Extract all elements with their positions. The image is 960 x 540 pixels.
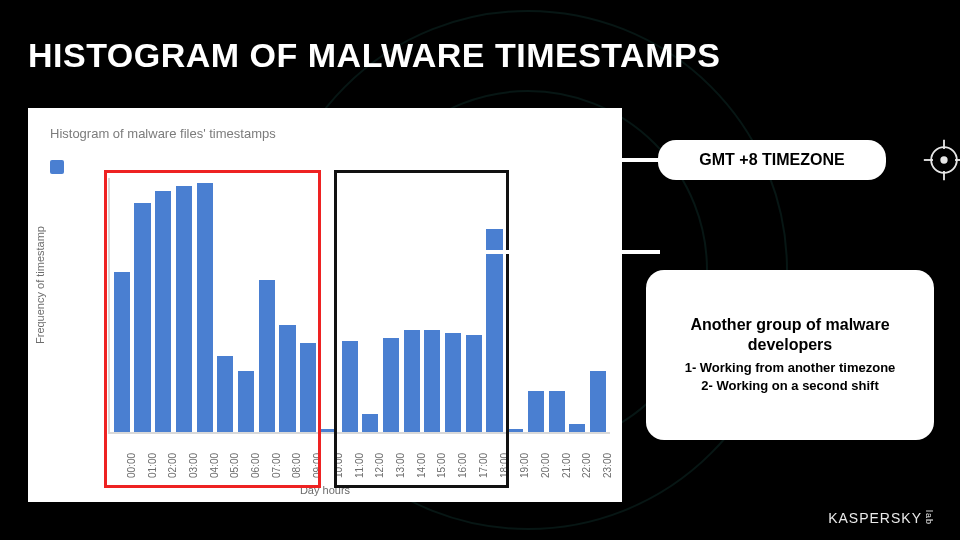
bar-slot: 15:00 bbox=[423, 178, 443, 432]
bar bbox=[486, 229, 502, 432]
bar bbox=[155, 191, 171, 432]
bar bbox=[445, 333, 461, 432]
callout-line: 1- Working from another timezone bbox=[664, 359, 916, 377]
x-tick-label: 14:00 bbox=[416, 453, 427, 478]
x-tick-label: 22:00 bbox=[581, 453, 592, 478]
bar-slot: 14:00 bbox=[402, 178, 422, 432]
x-tick-label: 15:00 bbox=[436, 453, 447, 478]
x-tick-label: 10:00 bbox=[333, 453, 344, 478]
x-tick-label: 01:00 bbox=[147, 453, 158, 478]
bar bbox=[424, 330, 440, 432]
bar-slot: 13:00 bbox=[381, 178, 401, 432]
bar-slot: 10:00 bbox=[319, 178, 339, 432]
plot-area: 00:0001:0002:0003:0004:0005:0006:0007:00… bbox=[108, 178, 610, 434]
bar bbox=[590, 371, 606, 432]
connector-line bbox=[470, 250, 660, 254]
x-tick-label: 17:00 bbox=[478, 453, 489, 478]
x-tick-label: 00:00 bbox=[126, 453, 137, 478]
target-icon bbox=[922, 138, 960, 182]
bar-slot: 02:00 bbox=[153, 178, 173, 432]
bar-slot: 18:00 bbox=[485, 178, 505, 432]
bars-container: 00:0001:0002:0003:0004:0005:0006:0007:00… bbox=[110, 178, 610, 432]
bar bbox=[569, 424, 585, 432]
x-tick-label: 05:00 bbox=[229, 453, 240, 478]
bar-slot: 05:00 bbox=[216, 178, 236, 432]
bar-slot: 19:00 bbox=[505, 178, 525, 432]
page-title: HISTOGRAM OF MALWARE TIMESTAMPS bbox=[28, 36, 720, 75]
x-axis-label: Day hours bbox=[28, 484, 622, 496]
x-tick-label: 20:00 bbox=[540, 453, 551, 478]
bar bbox=[197, 183, 213, 432]
bar bbox=[279, 325, 295, 432]
bar bbox=[134, 203, 150, 432]
bar-slot: 17:00 bbox=[464, 178, 484, 432]
bar bbox=[114, 272, 130, 432]
bar-slot: 22:00 bbox=[567, 178, 587, 432]
bar-slot: 12:00 bbox=[360, 178, 380, 432]
bar-slot: 16:00 bbox=[443, 178, 463, 432]
bar bbox=[259, 280, 275, 432]
x-tick-label: 12:00 bbox=[374, 453, 385, 478]
x-tick-label: 02:00 bbox=[167, 453, 178, 478]
brand-logo: KASPERSKYlab bbox=[828, 510, 934, 526]
bar-slot: 03:00 bbox=[174, 178, 194, 432]
x-tick-label: 06:00 bbox=[250, 453, 261, 478]
bar bbox=[362, 414, 378, 432]
bar-slot: 09:00 bbox=[298, 178, 318, 432]
x-tick-label: 09:00 bbox=[312, 453, 323, 478]
x-tick-label: 18:00 bbox=[499, 453, 510, 478]
callout-title: GMT +8 TIMEZONE bbox=[672, 150, 872, 170]
x-tick-label: 23:00 bbox=[602, 453, 613, 478]
legend-swatch bbox=[50, 160, 64, 174]
bar bbox=[404, 330, 420, 432]
bar bbox=[321, 429, 337, 432]
x-tick-label: 13:00 bbox=[395, 453, 406, 478]
bar-slot: 20:00 bbox=[526, 178, 546, 432]
bar-slot: 21:00 bbox=[547, 178, 567, 432]
bar bbox=[238, 371, 254, 432]
bar-slot: 00:00 bbox=[112, 178, 132, 432]
x-tick-label: 16:00 bbox=[457, 453, 468, 478]
x-tick-label: 03:00 bbox=[188, 453, 199, 478]
bar-slot: 01:00 bbox=[133, 178, 153, 432]
bar bbox=[300, 343, 316, 432]
bar bbox=[383, 338, 399, 432]
callout-line: 2- Working on a second shift bbox=[664, 377, 916, 395]
x-tick-label: 11:00 bbox=[354, 453, 365, 478]
brand-suffix: lab bbox=[924, 510, 934, 525]
bar-slot: 06:00 bbox=[236, 178, 256, 432]
bar-slot: 11:00 bbox=[340, 178, 360, 432]
bar bbox=[528, 391, 544, 432]
bar-slot: 04:00 bbox=[195, 178, 215, 432]
x-tick-label: 19:00 bbox=[519, 453, 530, 478]
connector-line bbox=[300, 158, 660, 162]
bar-slot: 07:00 bbox=[257, 178, 277, 432]
bar bbox=[507, 429, 523, 432]
bar bbox=[466, 335, 482, 432]
x-tick-label: 21:00 bbox=[561, 453, 572, 478]
bar bbox=[342, 341, 358, 432]
bar bbox=[549, 391, 565, 432]
bar-slot: 08:00 bbox=[278, 178, 298, 432]
bar bbox=[217, 356, 233, 432]
bar bbox=[176, 186, 192, 432]
callout-timezone: GMT +8 TIMEZONE bbox=[658, 140, 886, 180]
chart-panel: Histogram of malware files' timestamps F… bbox=[28, 108, 622, 502]
y-axis-label: Frequency of timestamp bbox=[34, 226, 46, 344]
x-tick-label: 07:00 bbox=[271, 453, 282, 478]
chart-title: Histogram of malware files' timestamps bbox=[50, 126, 276, 141]
svg-point-1 bbox=[941, 157, 947, 163]
callout-title: Another group of malware developers bbox=[664, 315, 916, 355]
brand-name: KASPERSKY bbox=[828, 510, 922, 526]
callout-secondary-group: Another group of malware developers 1- W… bbox=[646, 270, 934, 440]
bar-slot: 23:00 bbox=[588, 178, 608, 432]
x-tick-label: 08:00 bbox=[291, 453, 302, 478]
x-tick-label: 04:00 bbox=[209, 453, 220, 478]
